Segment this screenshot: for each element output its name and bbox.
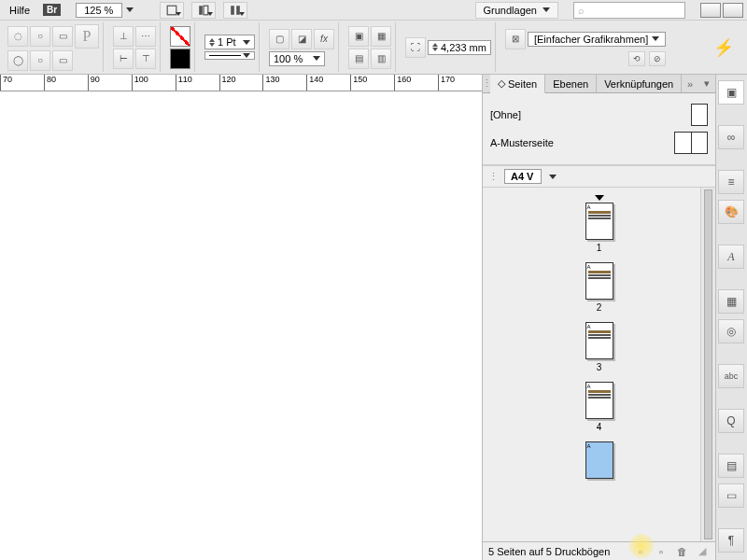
stroke-weight-field[interactable]: 1 Pt (204, 35, 255, 49)
page-item[interactable]: A1 (483, 195, 715, 253)
panel-dock: ▣ ∞ ≡ 🎨 A ▦ ◎ abc Q ▤ ▭ ¶ (715, 75, 747, 560)
ruler-tick: 70 (0, 75, 44, 91)
page-item[interactable]: A4 (483, 382, 715, 432)
dock-swatches-icon[interactable]: ▦ (718, 289, 744, 314)
page-thumb[interactable]: A (585, 322, 613, 359)
chevron-down-icon[interactable] (549, 175, 557, 179)
control-bar: ◌ ○ ▭ P ◯ ○ ▭ ⊥ ⋯ ⊢ ⊤ 1 Pt (0, 21, 747, 75)
pages-panel: ⋮ ◇Seiten Ebenen Verknüpfungen » ▾ [Ohne… (482, 75, 715, 560)
dock-object-icon[interactable]: Q (718, 409, 744, 433)
dist-icon[interactable]: ⋯ (135, 26, 156, 47)
master-pages-section: [Ohne] A-Musterseite (483, 93, 715, 165)
dock-char-icon[interactable]: A (718, 245, 744, 269)
wrap3-icon[interactable]: ▤ (348, 49, 369, 69)
panel-collapse-icon[interactable]: » (682, 75, 698, 92)
stepper-icon[interactable] (209, 38, 215, 47)
ellipse3-icon[interactable]: ○ (30, 50, 50, 71)
stroke-weight-group: 1 Pt (201, 22, 260, 72)
vertical-scrollbar[interactable] (700, 188, 715, 541)
frame-fit-icon[interactable]: ⛶ (405, 37, 426, 58)
page-thumb[interactable]: A (585, 382, 613, 419)
paragraph-tool[interactable]: P (75, 24, 99, 49)
maximize-button[interactable] (723, 3, 743, 18)
dock-table-icon[interactable]: ▤ (718, 454, 744, 478)
object-style-field[interactable]: [Einfacher Grafikrahmen] (528, 32, 666, 47)
fill-swatch-none[interactable] (170, 26, 190, 47)
edit-page-icon[interactable]: ▫ (633, 545, 648, 558)
view-mode-2[interactable] (191, 2, 216, 19)
align-tree-icon[interactable]: ⊥ (113, 26, 134, 47)
new-page-icon[interactable]: ▫ (654, 545, 669, 558)
menu-help[interactable]: Hilfe (4, 3, 35, 18)
wrap4-icon[interactable]: ▥ (371, 49, 391, 69)
page-item[interactable]: A3 (483, 322, 715, 372)
panel-grip-icon[interactable]: ⋮ (483, 75, 490, 92)
master-none-row[interactable]: [Ohne] (490, 101, 708, 129)
frame-size-group: ⛶ 4,233 mm (402, 22, 496, 72)
view-mode-3[interactable] (223, 2, 247, 19)
tab-pages[interactable]: ◇Seiten (490, 75, 545, 93)
master-a-row[interactable]: A-Musterseite (490, 129, 708, 157)
rect-icon[interactable]: ▭ (52, 26, 73, 47)
chevron-down-icon (543, 7, 550, 12)
page-size-field[interactable]: A4 V (504, 169, 542, 184)
dock-stroke-icon[interactable]: ≡ (718, 170, 744, 194)
dock-gradient-icon[interactable]: ◎ (718, 319, 744, 343)
quick-apply-icon[interactable]: ⚡ (704, 22, 743, 72)
zoom-value[interactable]: 125 % (76, 3, 122, 18)
search-input[interactable]: ⌕ (573, 2, 685, 19)
fill-swatch-black[interactable] (170, 49, 190, 69)
effect1-icon[interactable]: ▢ (269, 29, 289, 49)
dock-glyphs-icon[interactable]: abc (718, 364, 744, 388)
dock-cell-icon[interactable]: ▭ (718, 483, 744, 508)
frame-size-value: 4,233 mm (441, 42, 486, 53)
align-v-icon[interactable]: ⊤ (135, 49, 156, 69)
dock-para-icon[interactable]: ¶ (718, 528, 744, 553)
page-number-label: 4 (597, 422, 602, 432)
workspace-selector[interactable]: Grundlagen (475, 2, 559, 19)
wrap-group: ▣ ▦ ▤ ▥ (345, 22, 396, 72)
resize-grip-icon[interactable]: ◢ (695, 545, 710, 558)
canvas-wrap: 708090100110120130140150160170 (0, 75, 482, 560)
stroke-style-field[interactable] (204, 51, 255, 60)
zoom-level[interactable]: 125 % (76, 3, 134, 18)
status-text: 5 Seiten auf 5 Druckbögen (488, 546, 627, 557)
frame-x-icon[interactable]: ⊠ (505, 29, 526, 49)
page-thumb[interactable]: A (585, 203, 613, 240)
wrap1-icon[interactable]: ▣ (348, 26, 369, 47)
dock-pages-icon[interactable]: ▣ (718, 80, 744, 105)
align-h-icon[interactable]: ⊢ (113, 49, 134, 69)
minimize-button[interactable] (700, 3, 721, 18)
tab-layers[interactable]: Ebenen (545, 75, 597, 92)
menu-bar: Hilfe Br 125 % Grundlagen ⌕ (0, 0, 747, 21)
effect2-icon[interactable]: ◪ (291, 29, 312, 49)
document-canvas[interactable] (0, 91, 482, 560)
view-mode-1[interactable] (160, 2, 184, 19)
page-thumb[interactable]: A (585, 441, 613, 479)
page-thumb[interactable]: A (585, 262, 613, 300)
stepper-icon[interactable] (432, 43, 438, 51)
opacity-value: 100 % (274, 53, 303, 64)
dock-color-icon[interactable]: 🎨 (718, 200, 744, 224)
fx-button[interactable]: fx (314, 29, 334, 49)
horizontal-ruler: 708090100110120130140150160170 (0, 75, 482, 91)
master-none-thumb[interactable] (691, 104, 708, 126)
wrap2-icon[interactable]: ▦ (371, 26, 391, 47)
clear-override-icon[interactable]: ⟲ (628, 51, 645, 66)
ellipse-dotted-icon[interactable]: ◌ (7, 26, 28, 47)
frame-size-field[interactable]: 4,233 mm (428, 40, 491, 55)
master-a-thumb[interactable] (674, 132, 708, 154)
ellipse-icon[interactable]: ○ (30, 26, 50, 47)
page-item[interactable]: A (483, 441, 715, 479)
bridge-badge[interactable]: Br (43, 4, 61, 16)
ellipse2-icon[interactable]: ◯ (7, 50, 28, 71)
dock-links-icon[interactable]: ∞ (718, 125, 744, 149)
opacity-field[interactable]: 100 % (269, 51, 325, 66)
trash-icon[interactable]: 🗑 (674, 545, 689, 558)
tab-links[interactable]: Verknüpfungen (597, 75, 682, 92)
page-item[interactable]: A2 (483, 262, 715, 313)
clear-style-icon[interactable]: ⊘ (649, 51, 666, 66)
panel-menu-icon[interactable]: ▾ (698, 75, 715, 92)
rect2-icon[interactable]: ▭ (52, 50, 73, 71)
grip-icon[interactable]: ⋮ (488, 171, 499, 183)
